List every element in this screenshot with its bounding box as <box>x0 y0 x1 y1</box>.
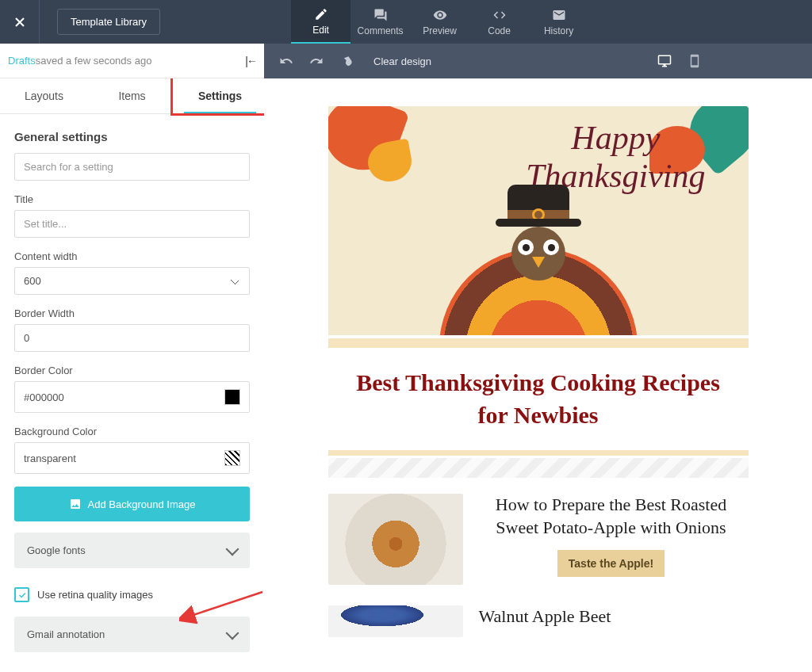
add-bg-image-button[interactable]: Add Background Image <box>14 487 250 521</box>
redo-icon[interactable] <box>308 54 324 68</box>
headline: Best Thanksgiving Cooking Recipes for Ne… <box>328 348 749 450</box>
tab-history[interactable]: History <box>529 0 588 44</box>
check-icon <box>17 590 27 600</box>
retina-checkbox-row[interactable]: Use retina quality images <box>0 579 264 617</box>
article-content: Walnut Apple Beet <box>479 605 749 637</box>
panel-tab-layouts[interactable]: Layouts <box>0 78 88 113</box>
drafts-label: Drafts <box>8 55 36 67</box>
status-area: Drafts saved a few seconds ago |← <box>0 44 264 78</box>
turkey-illustration <box>439 216 638 335</box>
top-bar: Template Library Edit Comments Preview C… <box>0 0 812 44</box>
hero-section: Happy Thanksgiving <box>328 106 749 335</box>
comments-icon <box>373 8 388 22</box>
section-title: General settings <box>0 114 264 153</box>
collapse-sidebar-icon[interactable]: |← <box>245 55 256 67</box>
divider <box>328 338 749 348</box>
google-fonts-accordion[interactable]: Google fonts <box>14 533 250 568</box>
device-toggle <box>657 54 703 68</box>
tab-edit[interactable]: Edit <box>291 0 350 44</box>
main-area: Layouts Items Settings General settings … <box>0 78 812 672</box>
bg-color-label: Background Color <box>14 426 250 437</box>
settings-sidebar: Layouts Items Settings General settings … <box>0 78 264 672</box>
clear-design-button[interactable]: Clear design <box>343 55 431 67</box>
eye-icon <box>433 8 447 22</box>
border-color-label: Border Color <box>14 365 250 376</box>
history-icon <box>552 8 566 22</box>
chevron-down-icon <box>226 626 239 640</box>
hero-text: Happy Thanksgiving <box>526 119 705 195</box>
saved-label: saved a few seconds ago <box>36 55 152 67</box>
mobile-icon[interactable] <box>687 54 703 68</box>
panel-tab-settings[interactable]: Settings <box>176 78 264 113</box>
action-bar: Clear design <box>264 44 812 78</box>
border-color-input[interactable]: #000000 <box>14 381 250 413</box>
title-input[interactable] <box>14 210 250 238</box>
mode-tabs: Edit Comments Preview Code History <box>291 0 588 44</box>
droplet-off-icon <box>343 55 354 67</box>
search-input[interactable] <box>14 153 250 181</box>
bg-color-input[interactable]: transparent <box>14 442 250 474</box>
gmail-annotation-accordion[interactable]: Gmail annotation <box>14 617 250 652</box>
panel-tab-items[interactable]: Items <box>88 78 176 113</box>
retina-label: Use retina quality images <box>37 589 153 601</box>
article-title: Walnut Apple Beet <box>479 605 744 628</box>
border-color-swatch <box>224 389 240 405</box>
pencil-icon <box>314 7 328 21</box>
title-label: Title <box>14 193 250 205</box>
divider <box>328 450 749 456</box>
content-width-label: Content width <box>14 250 250 262</box>
retina-checkbox[interactable] <box>14 587 29 602</box>
bg-color-swatch <box>224 450 240 466</box>
article-title: How to Prepare the Best Roasted Sweet Po… <box>479 494 744 539</box>
article-cta-button[interactable]: Taste the Apple! <box>557 550 665 577</box>
content-width-select[interactable]: 600 <box>14 267 250 295</box>
close-button[interactable] <box>0 0 40 44</box>
image-icon <box>69 498 82 510</box>
desktop-icon[interactable] <box>657 54 672 68</box>
tab-comments[interactable]: Comments <box>350 0 410 44</box>
chevron-down-icon <box>226 542 239 556</box>
article-content: How to Prepare the Best Roasted Sweet Po… <box>479 494 749 585</box>
article-row: Walnut Apple Beet <box>328 585 749 637</box>
panel-tabs: Layouts Items Settings <box>0 78 264 114</box>
stripes-divider <box>328 458 749 478</box>
border-width-label: Border Width <box>14 307 250 319</box>
border-width-input[interactable] <box>14 324 250 352</box>
article-row: How to Prepare the Best Roasted Sweet Po… <box>328 478 749 585</box>
article-image <box>328 605 463 637</box>
sub-bar: Drafts saved a few seconds ago |← Clear … <box>0 44 812 78</box>
undo-icon[interactable] <box>278 54 294 68</box>
tab-preview[interactable]: Preview <box>410 0 469 44</box>
code-icon <box>492 8 507 22</box>
close-icon <box>12 14 28 30</box>
email-canvas[interactable]: Happy Thanksgiving Best Thanksgiving Coo <box>264 78 812 672</box>
tab-code[interactable]: Code <box>469 0 529 44</box>
article-image <box>328 494 463 585</box>
email-preview: Happy Thanksgiving Best Thanksgiving Coo <box>328 106 749 637</box>
template-library-button[interactable]: Template Library <box>57 9 160 35</box>
